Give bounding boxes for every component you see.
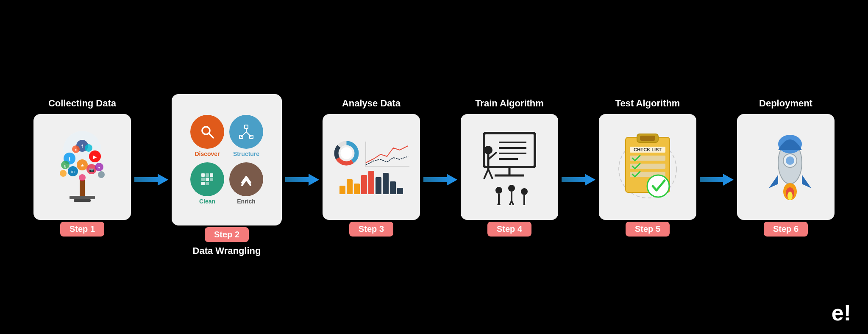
- donut-chart: [333, 139, 360, 167]
- svg-text:CHECK LIST: CHECK LIST: [634, 147, 662, 152]
- svg-rect-81: [640, 136, 655, 141]
- charts-container: [323, 135, 420, 198]
- svg-marker-43: [285, 174, 319, 186]
- step-2-card: Discover Structure: [172, 94, 282, 225]
- structure-icon: [238, 123, 255, 140]
- checklist-icon: CHECK LIST: [614, 125, 682, 209]
- svg-text:in: in: [71, 170, 75, 174]
- arrow-3: [423, 171, 457, 188]
- svg-marker-76: [562, 174, 595, 186]
- svg-rect-41: [201, 182, 205, 185]
- svg-rect-42: [206, 182, 209, 185]
- step-6-block: Deployment Step 6: [737, 98, 835, 237]
- svg-rect-35: [201, 173, 205, 177]
- step-5-badge: Step 5: [626, 222, 670, 237]
- step-2-bottom-label: Data Wrangling: [193, 245, 261, 256]
- svg-line-33: [241, 132, 246, 137]
- data-tree-icon: t f ▶ in 📷 ★ g ● ●: [44, 125, 120, 209]
- svg-marker-51: [423, 174, 457, 186]
- wrangling-grid: Discover Structure: [184, 108, 270, 212]
- enrich-circle: [229, 162, 263, 196]
- discover-circle: [190, 115, 224, 149]
- step-6-badge: Step 6: [764, 222, 808, 237]
- svg-text:g: g: [64, 164, 66, 168]
- svg-rect-37: [210, 173, 213, 177]
- svg-text:●: ●: [98, 166, 100, 170]
- arrow-5-svg: [700, 171, 734, 188]
- svg-line-34: [246, 132, 251, 137]
- line-chart: [364, 142, 410, 167]
- search-icon: [199, 123, 216, 140]
- structure-item: Structure: [229, 115, 263, 157]
- svg-point-72: [521, 188, 528, 195]
- step-5-card: CHECK LIST: [599, 114, 696, 220]
- bar-chart: [339, 169, 403, 194]
- svg-point-68: [508, 185, 515, 192]
- step-5-block: Test Algorithm CHECK LIST: [599, 98, 696, 237]
- discover-item: Discover: [190, 115, 224, 157]
- rocket-icon: [752, 129, 820, 205]
- svg-point-59: [484, 146, 492, 154]
- svg-text:★: ★: [81, 163, 84, 168]
- charts-row-top: [333, 139, 410, 167]
- arrow-2: [285, 171, 319, 188]
- svg-point-48: [340, 148, 352, 159]
- clean-item: Clean: [190, 162, 224, 205]
- svg-rect-40: [210, 178, 213, 181]
- step-1-card: t f ▶ in 📷 ★ g ● ●: [33, 114, 131, 220]
- step-4-top-label: Train Algorithm: [475, 98, 544, 111]
- svg-point-95: [787, 192, 793, 200]
- svg-point-23: [60, 170, 67, 177]
- svg-text:●: ●: [75, 148, 77, 152]
- step-1-top-label: Collecting Data: [48, 98, 116, 111]
- step-3-card: [323, 114, 420, 220]
- svg-point-92: [786, 156, 794, 165]
- step-1-badge: Step 1: [60, 222, 104, 237]
- svg-rect-38: [201, 178, 205, 181]
- svg-rect-2: [70, 196, 95, 199]
- svg-point-24: [98, 171, 105, 178]
- svg-text:t: t: [69, 156, 70, 162]
- discover-label: Discover: [195, 150, 220, 157]
- arrow-2-svg: [285, 171, 319, 188]
- arrow-1-svg: [134, 171, 168, 188]
- step-6-card: [737, 114, 835, 220]
- step-2-badge: Step 2: [205, 227, 249, 242]
- arrow-5: [700, 171, 734, 188]
- svg-line-62: [484, 169, 488, 179]
- enrich-label: Enrich: [237, 198, 256, 205]
- svg-line-67: [499, 203, 502, 205]
- arrow-4: [562, 171, 595, 188]
- presentation-icon: [476, 129, 543, 205]
- arrow-4-svg: [562, 171, 595, 188]
- svg-line-75: [524, 204, 527, 205]
- structure-label: Structure: [233, 150, 259, 157]
- svg-line-63: [488, 169, 492, 179]
- svg-text:📷: 📷: [89, 167, 95, 173]
- svg-rect-29: [245, 125, 248, 128]
- step-3-block: Analyse Data: [323, 98, 420, 237]
- enrich-item: Enrich: [229, 162, 263, 205]
- svg-rect-39: [206, 178, 209, 181]
- main-container: Collecting Data t f ▶ in: [0, 0, 868, 334]
- step-6-top-label: Deployment: [759, 98, 812, 111]
- svg-line-71: [512, 201, 515, 205]
- svg-point-22: [85, 144, 92, 152]
- svg-line-28: [209, 134, 213, 138]
- svg-rect-36: [206, 173, 209, 177]
- step-1-block: Collecting Data t f ▶ in: [33, 98, 131, 237]
- svg-rect-3: [74, 199, 91, 202]
- step-4-badge: Step 4: [487, 222, 531, 237]
- arrow-1: [134, 171, 168, 188]
- enrich-icon: [238, 171, 255, 188]
- svg-rect-1: [80, 180, 85, 197]
- arrow-3-svg: [423, 171, 457, 188]
- structure-circle: [229, 115, 263, 149]
- watermark: e!: [832, 300, 851, 326]
- svg-point-25: [79, 174, 86, 181]
- step-2-block: Discover Structure: [172, 78, 282, 256]
- step-4-block: Train Algorithm: [461, 98, 558, 237]
- step-4-card: [461, 114, 558, 220]
- step-3-badge: Step 3: [349, 222, 393, 237]
- svg-point-87: [647, 175, 669, 197]
